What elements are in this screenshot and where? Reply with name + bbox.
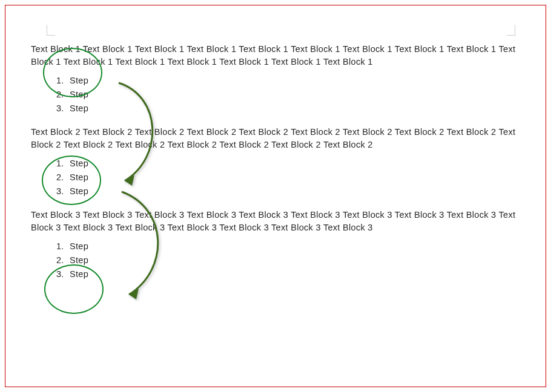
list-item: 2.Step xyxy=(56,171,520,184)
list-item: 1.Step xyxy=(56,240,520,253)
list-item: 3.Step xyxy=(56,102,520,115)
list-item: 2.Step xyxy=(56,254,520,267)
list-item: 2.Step xyxy=(56,88,520,101)
steps-list-2: 1.Step 2.Step 3.Step xyxy=(56,157,520,198)
list-item: 1.Step xyxy=(56,157,520,170)
text-block-1: Text Block 1 Text Block 1 Text Block 1 T… xyxy=(31,43,520,68)
text-block-3: Text Block 3 Text Block 3 Text Block 3 T… xyxy=(31,209,520,234)
list-item: 3.Step xyxy=(56,185,520,198)
list-item: 1.Step xyxy=(56,74,520,87)
document-frame: Text Block 1 Text Block 1 Text Block 1 T… xyxy=(5,5,546,387)
text-block-2: Text Block 2 Text Block 2 Text Block 2 T… xyxy=(31,126,520,151)
steps-list-1: 1.Step 2.Step 3.Step xyxy=(56,74,520,115)
steps-list-3: 1.Step 2.Step 3.Step xyxy=(56,240,520,281)
svg-marker-1 xyxy=(129,289,139,299)
document-content: Text Block 1 Text Block 1 Text Block 1 T… xyxy=(31,18,520,281)
list-item: 3.Step xyxy=(56,268,520,281)
